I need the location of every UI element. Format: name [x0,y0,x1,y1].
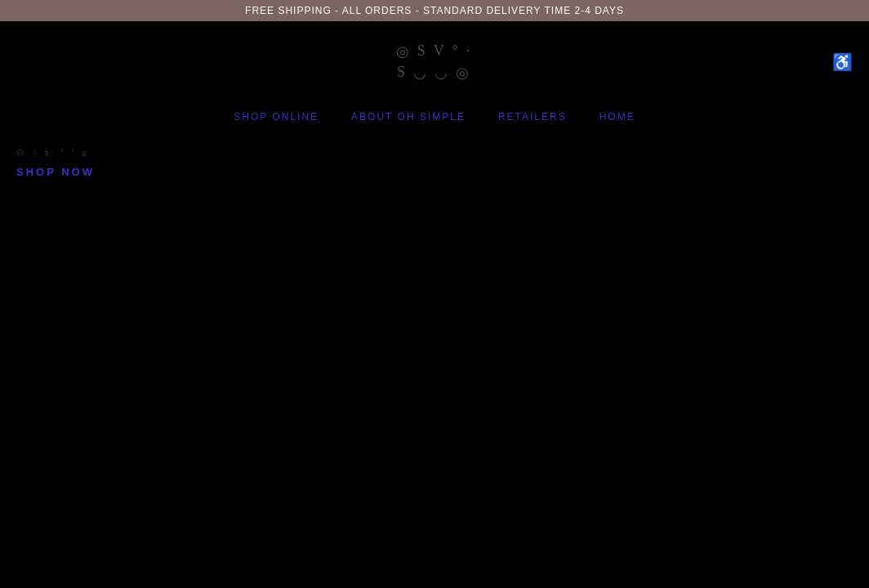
logo-char-9: ◎ [456,64,472,82]
shipping-banner: FREE SHIPPING - ALL ORDERS - STANDARD DE… [0,0,869,21]
logo-char-2: S [417,42,429,60]
logo-char-6: S [397,64,408,82]
site-header: ◎ S V ° · S ◡ ◡ ◎ ♿ [0,21,869,103]
logo-char-3: V [434,42,448,60]
hero-subtitle: ◎ ○ §· ° ° g [16,147,853,158]
banner-text: FREE SHIPPING - ALL ORDERS - STANDARD DE… [245,5,624,16]
nav-shop-online[interactable]: SHOP ONLINE [234,111,319,122]
logo-bottom-row: S ◡ ◡ ◎ [397,64,472,82]
site-logo: ◎ S V ° · S ◡ ◡ ◎ [396,42,474,82]
logo-char-1: ◎ [396,42,412,60]
logo-char-5: · [466,42,474,60]
main-nav: SHOP ONLINE ABOUT OH SIMPLE RETAILERS HO… [0,103,869,131]
nav-retailers[interactable]: RETAILERS [498,111,567,122]
nav-home[interactable]: HOME [599,111,635,122]
main-content-area [0,195,869,577]
hero-section: ◎ ○ §· ° ° g SHOP NOW [0,131,869,195]
logo-char-8: ◡ [434,64,451,82]
nav-about[interactable]: ABOUT OH SIMPLE [351,111,466,122]
logo-char-7: ◡ [413,64,430,82]
shop-now-button[interactable]: SHOP NOW [16,166,95,178]
logo-char-4: ° [452,42,461,60]
account-icon[interactable]: ♿ [832,52,853,72]
logo-top-row: ◎ S V ° · [396,42,474,60]
